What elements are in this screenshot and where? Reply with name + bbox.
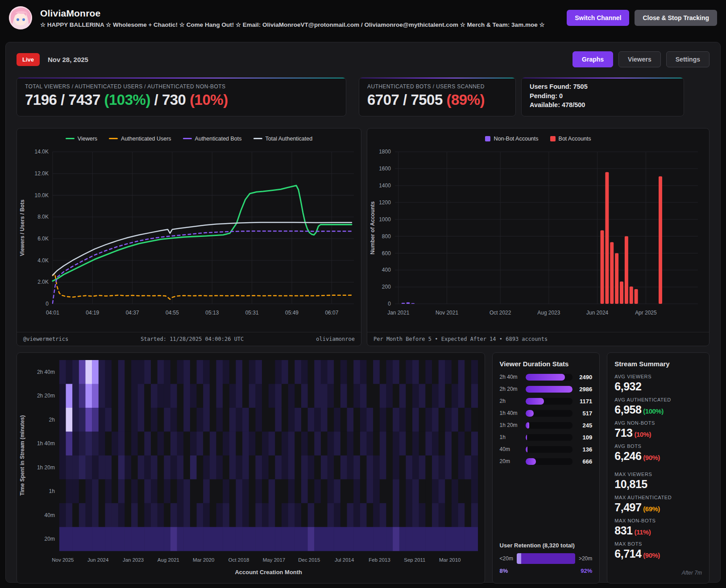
tab-settings[interactable]: Settings [666,51,709,67]
svg-text:1h 20m: 1h 20m [37,464,55,470]
svg-text:1400: 1400 [379,182,391,189]
svg-text:0: 0 [388,301,391,307]
summary-panel-title: Stream Summary [614,360,702,368]
legend-swatch [253,138,262,139]
duration-value: 2490 [573,374,592,381]
dashboard-panel: Live Nov 28, 2025 GraphsViewersSettings … [5,42,721,583]
summary-item-value: 6,932 [614,380,702,393]
stat-card-authenticated-bots: AUTHENTICATED BOTS / USERS SCANNED 6707 … [359,77,516,116]
switch-channel-button[interactable]: Switch Channel [567,10,629,26]
duration-label: 2h 20m [500,386,526,392]
duration-row: 1h109 [500,434,593,441]
retention-bar [517,553,575,564]
legend-item-viewers[interactable]: Viewers [66,136,97,142]
summary-item-label: AVG BOTS [614,443,702,449]
summary-item-percent: (69%) [643,505,660,513]
svg-text:6.0K: 6.0K [37,236,49,242]
svg-text:Aug 2023: Aug 2023 [537,310,560,316]
legend-label: Authenticated Users [121,136,171,142]
summary-item-label: AVG NON-BOTS [614,420,702,426]
svg-text:04:37: 04:37 [126,310,139,316]
legend-label: Non-Bot Accounts [494,136,538,142]
legend-item-authenticated-bots[interactable]: Authenticated Bots [183,136,242,142]
channel-subtitle: ☆ HAPPY BALLERINA ☆ Wholesome + Chaotic!… [40,21,567,28]
svg-text:8.0K: 8.0K [37,214,49,220]
retention-right-label: >20m [579,555,592,562]
legend-swatch [550,136,556,141]
summary-item: AVG BOTS6,246(90%) [614,443,702,463]
stat-value-authenticated-bots: 6707 / 7505 (89%) [367,91,507,108]
summary-item-percent: (90%) [643,454,660,461]
svg-text:1600: 1600 [379,166,391,172]
svg-text:Feb 2013: Feb 2013 [369,557,390,563]
svg-text:Oct 2022: Oct 2022 [490,310,511,316]
summary-item-value: 713(10%) [614,427,702,439]
svg-text:12.0K: 12.0K [35,170,49,177]
svg-text:05:31: 05:31 [245,310,259,316]
duration-label: 20m [500,458,526,464]
close-stop-tracking-button[interactable]: Close & Stop Tracking [635,10,717,26]
summary-item-percent: (11%) [635,528,651,536]
svg-text:04:19: 04:19 [86,310,99,316]
legend-item-authenticated-users[interactable]: Authenticated Users [109,136,171,142]
duration-bar-fill [526,374,565,381]
svg-text:1800: 1800 [379,149,391,155]
svg-text:Apr 2025: Apr 2025 [635,310,657,316]
duration-value: 136 [573,446,592,453]
svg-text:400: 400 [382,267,391,273]
summary-item-label: MAX BOTS [614,541,702,547]
bar-chart-footer: Per Month Before 5 • Expected After 14 •… [367,332,709,346]
duration-value: 1171 [573,398,592,405]
summary-item-value: 6,958(100%) [614,403,702,416]
toolbar: Live Nov 28, 2025 GraphsViewersSettings [17,51,709,67]
live-badge: Live [17,53,40,66]
retention-title: User Retention (8,320 total) [500,542,593,549]
tab-viewers[interactable]: Viewers [618,51,661,67]
svg-text:05:13: 05:13 [205,310,219,316]
summary-item-label: MAX NON-BOTS [614,518,702,523]
app-root: OliviaMonroe ☆ HAPPY BALLERINA ☆ Wholeso… [0,0,726,588]
legend-item-bot-accounts[interactable]: Bot Accounts [550,136,591,142]
line-chart-legend: ViewersAuthenticated UsersAuthenticated … [17,128,361,145]
duration-bar-track [526,434,573,441]
summary-item: AVG VIEWERS6,932 [614,374,702,393]
summary-item-value: 6,246(90%) [614,450,702,463]
summary-items: AVG VIEWERS6,932AVG AUTHENTICATED6,958(1… [614,374,702,564]
stat-value-segment: / 730 [150,91,190,108]
svg-text:Oct 2018: Oct 2018 [228,557,249,563]
summary-item-value: 831(11%) [614,524,702,537]
scan-info-line: Available: 478/500 [530,100,676,110]
legend-item-non-bot-accounts[interactable]: Non-Bot Accounts [485,136,538,142]
accounts-bar-chart-card: Non-Bot AccountsBot Accounts Jan 2021Nov… [367,128,709,346]
duration-bar-track [526,398,573,405]
duration-bar-fill [526,386,573,393]
stat-label: AUTHENTICATED BOTS / USERS SCANNED [367,83,507,90]
duration-bar-track [526,374,573,381]
summary-after-note: After 7m [614,570,702,576]
stream-date: Nov 28, 2025 [48,56,88,63]
svg-text:1h 40m: 1h 40m [37,440,55,447]
duration-bar-fill [526,422,530,429]
svg-text:Account Creation Month: Account Creation Month [235,569,302,576]
charts-row: ViewersAuthenticated UsersAuthenticated … [17,128,709,346]
duration-value: 109 [573,434,592,441]
legend-swatch [183,138,192,139]
stat-value-segment: 7196 / 7437 [25,91,104,108]
legend-item-total-authenticated[interactable]: Total Authenticated [253,136,313,142]
svg-text:04:55: 04:55 [166,310,179,316]
summary-item: MAX AUTHENTICATED7,497(69%) [614,495,702,514]
duration-value: 2986 [573,386,592,393]
tab-graphs[interactable]: Graphs [573,51,613,67]
duration-bar-fill [526,446,528,453]
footer-bar-info: Per Month Before 5 • Expected After 14 •… [373,336,548,342]
summary-item-label: AVG VIEWERS [614,374,702,379]
channel-avatar [9,6,32,29]
duration-value: 245 [573,422,592,429]
svg-text:20m: 20m [45,536,55,542]
viewers-line-chart-card: ViewersAuthenticated UsersAuthenticated … [17,128,361,346]
duration-label: 2h 40m [500,374,526,380]
retention-left-label: <20m [500,555,513,562]
bottom-row: 2h 40m2h 20m2h1h 40m1h 20m1h40m20mNov 20… [17,352,709,584]
viewers-line-chart: 04:0104:1904:3704:5505:1305:3105:4906:07… [17,145,361,332]
account-creation-bar-chart: Jan 2021Nov 2021Oct 2022Aug 2023Jun 2024… [367,145,709,332]
